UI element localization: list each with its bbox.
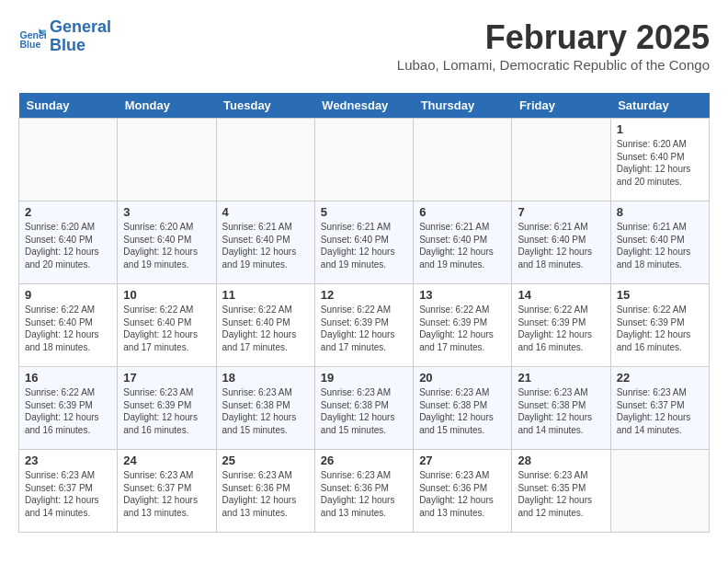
day-info: Sunrise: 6:23 AM Sunset: 6:39 PM Dayligh…: [123, 386, 210, 436]
calendar-header-row: SundayMondayTuesdayWednesdayThursdayFrid…: [19, 93, 710, 119]
day-number: 16: [25, 371, 111, 385]
calendar-week-row: 2Sunrise: 6:20 AM Sunset: 6:40 PM Daylig…: [19, 201, 710, 284]
day-info: Sunrise: 6:23 AM Sunset: 6:38 PM Dayligh…: [222, 386, 309, 436]
day-info: Sunrise: 6:22 AM Sunset: 6:40 PM Dayligh…: [222, 304, 309, 353]
day-info: Sunrise: 6:21 AM Sunset: 6:40 PM Dayligh…: [617, 221, 703, 270]
calendar-day-5: 5Sunrise: 6:21 AM Sunset: 6:40 PM Daylig…: [314, 201, 413, 284]
calendar-day-4: 4Sunrise: 6:21 AM Sunset: 6:40 PM Daylig…: [216, 201, 314, 284]
calendar-day-2: 2Sunrise: 6:20 AM Sunset: 6:40 PM Daylig…: [19, 201, 118, 284]
calendar-day-23: 23Sunrise: 6:23 AM Sunset: 6:37 PM Dayli…: [19, 450, 118, 533]
calendar-day-empty: [19, 119, 118, 201]
day-number: 15: [617, 288, 703, 302]
calendar-day-22: 22Sunrise: 6:23 AM Sunset: 6:37 PM Dayli…: [610, 367, 709, 450]
day-number: 25: [222, 454, 309, 467]
calendar-day-6: 6Sunrise: 6:21 AM Sunset: 6:40 PM Daylig…: [414, 201, 512, 284]
calendar-week-row: 1Sunrise: 6:20 AM Sunset: 6:40 PM Daylig…: [19, 119, 710, 201]
day-number: 22: [617, 371, 703, 385]
calendar-day-13: 13Sunrise: 6:22 AM Sunset: 6:39 PM Dayli…: [414, 284, 512, 367]
calendar-day-27: 27Sunrise: 6:23 AM Sunset: 6:36 PM Dayli…: [414, 450, 512, 533]
logo-text-line2: Blue: [50, 37, 111, 55]
calendar-day-15: 15Sunrise: 6:22 AM Sunset: 6:39 PM Dayli…: [610, 284, 709, 367]
day-number: 21: [518, 371, 604, 385]
day-info: Sunrise: 6:23 AM Sunset: 6:37 PM Dayligh…: [617, 386, 703, 436]
day-number: 3: [123, 205, 210, 219]
day-info: Sunrise: 6:21 AM Sunset: 6:40 PM Dayligh…: [222, 221, 309, 270]
day-number: 18: [222, 371, 309, 385]
day-info: Sunrise: 6:22 AM Sunset: 6:39 PM Dayligh…: [419, 304, 506, 353]
day-number: 10: [123, 288, 210, 302]
day-info: Sunrise: 6:21 AM Sunset: 6:40 PM Dayligh…: [321, 221, 407, 270]
day-info: Sunrise: 6:21 AM Sunset: 6:40 PM Dayligh…: [419, 221, 506, 270]
day-number: 6: [419, 205, 506, 219]
day-number: 11: [222, 288, 309, 302]
calendar-day-empty: [512, 119, 610, 201]
header-friday: Friday: [512, 93, 610, 119]
calendar-subtitle: Lubao, Lomami, Democratic Republic of th…: [397, 57, 710, 73]
day-number: 2: [25, 205, 111, 219]
calendar-day-17: 17Sunrise: 6:23 AM Sunset: 6:39 PM Dayli…: [118, 367, 216, 450]
calendar-day-14: 14Sunrise: 6:22 AM Sunset: 6:39 PM Dayli…: [512, 284, 610, 367]
svg-text:Blue: Blue: [20, 39, 41, 50]
day-info: Sunrise: 6:22 AM Sunset: 6:39 PM Dayligh…: [518, 304, 604, 353]
calendar-week-row: 23Sunrise: 6:23 AM Sunset: 6:37 PM Dayli…: [19, 450, 710, 533]
day-number: 23: [25, 454, 111, 467]
day-info: Sunrise: 6:23 AM Sunset: 6:37 PM Dayligh…: [25, 469, 111, 519]
calendar-day-11: 11Sunrise: 6:22 AM Sunset: 6:40 PM Dayli…: [216, 284, 314, 367]
calendar-day-19: 19Sunrise: 6:23 AM Sunset: 6:38 PM Dayli…: [314, 367, 413, 450]
day-info: Sunrise: 6:23 AM Sunset: 6:37 PM Dayligh…: [123, 469, 210, 519]
day-number: 24: [123, 454, 210, 467]
calendar-day-21: 21Sunrise: 6:23 AM Sunset: 6:38 PM Dayli…: [512, 367, 610, 450]
day-info: Sunrise: 6:22 AM Sunset: 6:39 PM Dayligh…: [25, 386, 111, 436]
calendar-day-24: 24Sunrise: 6:23 AM Sunset: 6:37 PM Dayli…: [118, 450, 216, 533]
day-info: Sunrise: 6:23 AM Sunset: 6:36 PM Dayligh…: [419, 469, 506, 519]
day-number: 7: [518, 205, 604, 219]
calendar-title: February 2025: [397, 18, 710, 57]
calendar-day-empty: [610, 450, 709, 533]
calendar-day-20: 20Sunrise: 6:23 AM Sunset: 6:38 PM Dayli…: [414, 367, 512, 450]
day-number: 19: [321, 371, 407, 385]
day-number: 14: [518, 288, 604, 302]
day-info: Sunrise: 6:21 AM Sunset: 6:40 PM Dayligh…: [518, 221, 604, 270]
day-info: Sunrise: 6:23 AM Sunset: 6:36 PM Dayligh…: [321, 469, 407, 519]
day-info: Sunrise: 6:22 AM Sunset: 6:39 PM Dayligh…: [617, 304, 703, 353]
day-number: 8: [617, 205, 703, 219]
calendar-day-12: 12Sunrise: 6:22 AM Sunset: 6:39 PM Dayli…: [314, 284, 413, 367]
day-info: Sunrise: 6:23 AM Sunset: 6:38 PM Dayligh…: [518, 386, 604, 436]
calendar-day-empty: [314, 119, 413, 201]
day-number: 1: [617, 122, 703, 136]
calendar-day-25: 25Sunrise: 6:23 AM Sunset: 6:36 PM Dayli…: [216, 450, 314, 533]
header-sunday: Sunday: [19, 93, 118, 119]
title-section: February 2025 Lubao, Lomami, Democratic …: [397, 18, 710, 82]
day-info: Sunrise: 6:22 AM Sunset: 6:39 PM Dayligh…: [321, 304, 407, 353]
header-tuesday: Tuesday: [216, 93, 314, 119]
calendar-day-9: 9Sunrise: 6:22 AM Sunset: 6:40 PM Daylig…: [19, 284, 118, 367]
day-info: Sunrise: 6:23 AM Sunset: 6:38 PM Dayligh…: [419, 386, 506, 436]
header-thursday: Thursday: [414, 93, 512, 119]
day-number: 9: [25, 288, 111, 302]
day-number: 28: [518, 454, 604, 467]
calendar-day-1: 1Sunrise: 6:20 AM Sunset: 6:40 PM Daylig…: [610, 119, 709, 201]
day-info: Sunrise: 6:20 AM Sunset: 6:40 PM Dayligh…: [617, 138, 703, 188]
header-saturday: Saturday: [610, 93, 709, 119]
general-blue-logo-icon: General Blue: [18, 23, 46, 51]
calendar-day-empty: [414, 119, 512, 201]
calendar-table: SundayMondayTuesdayWednesdayThursdayFrid…: [18, 93, 710, 533]
day-number: 4: [222, 205, 309, 219]
calendar-day-26: 26Sunrise: 6:23 AM Sunset: 6:36 PM Dayli…: [314, 450, 413, 533]
day-info: Sunrise: 6:20 AM Sunset: 6:40 PM Dayligh…: [123, 221, 210, 270]
day-number: 13: [419, 288, 506, 302]
calendar-day-3: 3Sunrise: 6:20 AM Sunset: 6:40 PM Daylig…: [118, 201, 216, 284]
logo: General Blue General Blue: [18, 18, 111, 55]
day-number: 5: [321, 205, 407, 219]
day-number: 26: [321, 454, 407, 467]
day-number: 17: [123, 371, 210, 385]
day-info: Sunrise: 6:22 AM Sunset: 6:40 PM Dayligh…: [25, 304, 111, 353]
calendar-day-16: 16Sunrise: 6:22 AM Sunset: 6:39 PM Dayli…: [19, 367, 118, 450]
day-number: 27: [419, 454, 506, 467]
day-info: Sunrise: 6:22 AM Sunset: 6:40 PM Dayligh…: [123, 304, 210, 353]
day-info: Sunrise: 6:23 AM Sunset: 6:38 PM Dayligh…: [321, 386, 407, 436]
calendar-week-row: 9Sunrise: 6:22 AM Sunset: 6:40 PM Daylig…: [19, 284, 710, 367]
day-info: Sunrise: 6:20 AM Sunset: 6:40 PM Dayligh…: [25, 221, 111, 270]
calendar-week-row: 16Sunrise: 6:22 AM Sunset: 6:39 PM Dayli…: [19, 367, 710, 450]
day-number: 12: [321, 288, 407, 302]
